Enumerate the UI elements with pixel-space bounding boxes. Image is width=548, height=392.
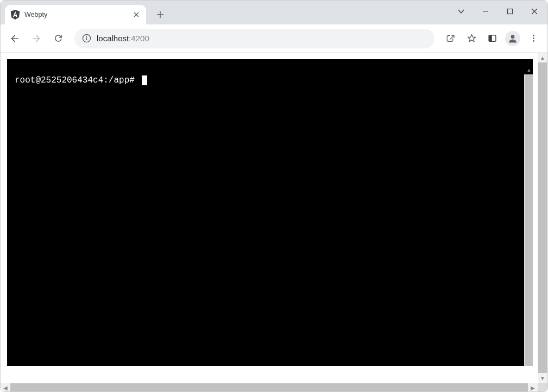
tab-search-button[interactable] (449, 2, 473, 21)
profile-avatar[interactable] (505, 31, 520, 46)
window-controls (449, 1, 546, 22)
page-viewport: root@2525206434c4:/app# ▲ (1, 53, 538, 383)
scroll-up-arrow-icon[interactable]: ▲ (538, 53, 547, 62)
content-area: root@2525206434c4:/app# ▲ ▲ ▼ ◀ ▶ (1, 53, 547, 392)
scrollbar-thumb[interactable] (10, 383, 528, 392)
terminal[interactable]: root@2525206434c4:/app# ▲ (7, 59, 533, 366)
menu-button[interactable] (524, 29, 543, 48)
svg-point-11 (533, 35, 534, 36)
minimize-button[interactable] (473, 2, 497, 21)
tab-strip: Webpty (1, 1, 547, 24)
scroll-left-arrow-icon[interactable]: ◀ (1, 383, 10, 392)
url-host: localhost (97, 34, 129, 43)
new-tab-button[interactable] (153, 7, 168, 22)
terminal-cursor (142, 75, 147, 85)
toolbar-actions (441, 29, 543, 48)
svg-rect-9 (489, 35, 492, 41)
scrollbar-thumb[interactable] (538, 62, 547, 373)
maximize-button[interactable] (497, 2, 522, 21)
svg-point-10 (511, 35, 515, 39)
scroll-right-arrow-icon[interactable]: ▶ (528, 383, 538, 392)
reload-button[interactable] (48, 29, 68, 48)
terminal-prompt-line: root@2525206434c4:/app# (15, 75, 527, 85)
forward-button[interactable] (27, 29, 46, 48)
svg-point-12 (533, 37, 534, 39)
page-horizontal-scrollbar[interactable]: ◀ ▶ (1, 383, 538, 392)
svg-point-7 (86, 36, 87, 37)
terminal-prompt: root@2525206434c4:/app# (15, 75, 140, 85)
scrollbar-thumb[interactable] (525, 74, 533, 366)
angular-icon (10, 10, 20, 20)
site-info-icon[interactable] (82, 34, 91, 43)
svg-rect-4 (507, 9, 512, 14)
scroll-up-arrow-icon[interactable]: ▲ (525, 66, 533, 74)
tab-title: Webpty (24, 11, 128, 18)
close-window-button[interactable] (522, 2, 546, 21)
page-vertical-scrollbar[interactable]: ▲ ▼ (538, 53, 547, 383)
close-tab-button[interactable] (132, 10, 141, 19)
back-button[interactable] (5, 29, 24, 48)
side-panel-button[interactable] (482, 29, 502, 48)
url-text: localhost:4200 (97, 34, 149, 43)
share-button[interactable] (441, 29, 461, 48)
scroll-corner (538, 383, 547, 392)
terminal-scrollbar[interactable]: ▲ (524, 74, 533, 366)
address-bar[interactable]: localhost:4200 (74, 29, 434, 48)
bookmark-button[interactable] (462, 29, 481, 48)
browser-tab[interactable]: Webpty (5, 5, 146, 24)
url-port: :4200 (129, 34, 149, 43)
scroll-down-arrow-icon[interactable]: ▼ (538, 373, 547, 383)
svg-point-13 (533, 40, 534, 42)
browser-toolbar: localhost:4200 (1, 24, 547, 53)
